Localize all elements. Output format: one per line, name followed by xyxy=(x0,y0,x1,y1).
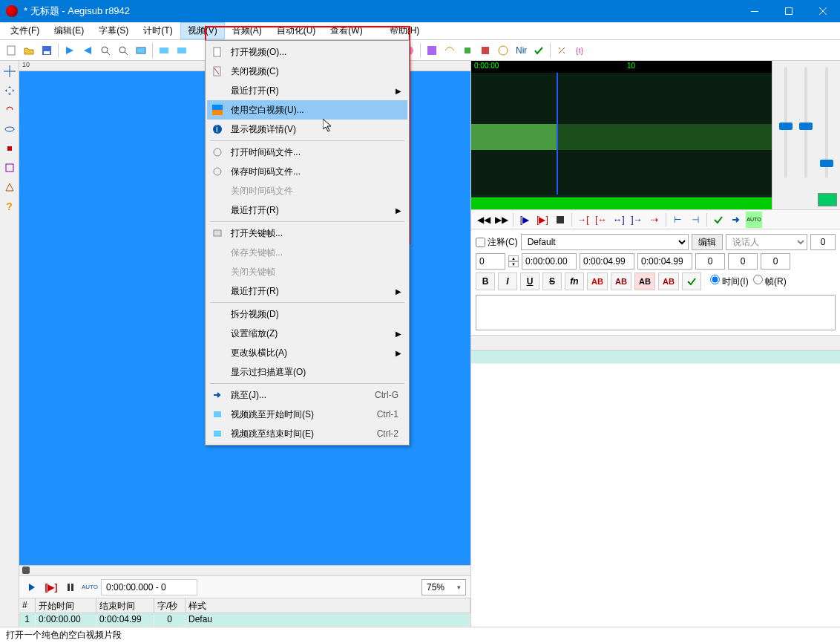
audio-scrollbar[interactable] xyxy=(471,198,772,209)
kanji-timer-icon[interactable] xyxy=(495,42,511,59)
duration-field[interactable] xyxy=(637,253,692,270)
menu-open-timecodes[interactable]: 打开时间码文件... xyxy=(207,143,407,162)
margin-r-field[interactable] xyxy=(728,253,758,270)
layer-down-icon[interactable]: ▼ xyxy=(508,261,519,267)
help-tool-icon[interactable]: ? xyxy=(2,199,17,214)
menu-recent-timecodes[interactable]: 最近打开(R)▶ xyxy=(207,200,407,220)
horizontal-zoom-slider[interactable] xyxy=(779,67,793,178)
close-button[interactable] xyxy=(806,0,840,22)
volume-slider[interactable] xyxy=(820,67,833,178)
font-button[interactable]: fn xyxy=(565,272,584,290)
menu-open-keyframes[interactable]: 打开关键帧... xyxy=(207,223,407,243)
menu-view[interactable]: 查看(W) xyxy=(323,22,370,39)
grid-header-start[interactable]: 开始时间 xyxy=(36,598,96,613)
edit-style-button[interactable]: 编辑 xyxy=(692,234,723,250)
menu-timing[interactable]: 计时(T) xyxy=(136,22,180,39)
margin-l-field[interactable] xyxy=(695,253,725,270)
zoom-in-icon[interactable] xyxy=(97,42,114,59)
play-icon[interactable] xyxy=(24,579,40,595)
comment-checkbox[interactable]: 注释(C) xyxy=(476,236,518,249)
play-before-end-icon[interactable]: ↔] xyxy=(611,212,627,228)
play-selection-icon[interactable]: [▶ xyxy=(516,212,533,228)
menu-use-dummy-video[interactable]: 使用空白视频(U)... xyxy=(207,100,407,120)
grid-header-style[interactable]: 样式 xyxy=(186,598,470,613)
end-time-field[interactable] xyxy=(580,253,634,270)
menu-jump-start[interactable]: 视频跳至开始时间(S)Ctrl-1 xyxy=(207,405,407,424)
margin-v-field[interactable] xyxy=(761,253,790,270)
menu-audio[interactable]: 音频(A) xyxy=(225,22,269,39)
link-sliders-button[interactable] xyxy=(818,193,837,206)
prev-line-icon[interactable]: ◀◀ xyxy=(476,212,492,228)
menu-set-zoom[interactable]: 设置缩放(Z)▶ xyxy=(207,324,407,343)
layer-field[interactable] xyxy=(476,253,505,270)
actor-select[interactable]: 说话人 xyxy=(726,234,807,250)
start-time-field[interactable] xyxy=(522,253,577,270)
move-tool-icon[interactable] xyxy=(2,83,17,98)
jump-video-start-icon[interactable] xyxy=(62,42,78,59)
time-mode-radio[interactable]: 时间(I) xyxy=(710,275,749,288)
grid-header-num[interactable]: # xyxy=(19,598,36,613)
menu-file[interactable]: 文件(F) xyxy=(3,22,47,39)
play-after-end-icon[interactable]: ]→ xyxy=(629,212,645,228)
menu-aspect-ratio[interactable]: 更改纵横比(A)▶ xyxy=(207,343,407,362)
menu-detach-video[interactable]: 拆分视频(D) xyxy=(207,304,407,324)
menu-edit[interactable]: 编辑(E) xyxy=(47,22,91,39)
menu-open-video[interactable]: 打开视频(O)... xyxy=(207,42,407,62)
snap-end-icon[interactable] xyxy=(174,42,190,59)
primary-color-button[interactable]: AB xyxy=(587,272,608,290)
style-select[interactable]: Default xyxy=(521,234,689,250)
rotate-z-tool-icon[interactable] xyxy=(2,102,17,117)
shadow-color-button[interactable]: AB xyxy=(658,272,679,290)
commit-text-button[interactable] xyxy=(682,272,701,290)
menu-jump-end[interactable]: 视频跳至结束时间(E)Ctrl-2 xyxy=(207,424,407,443)
jump-video-end-icon[interactable] xyxy=(79,42,96,59)
audio-display[interactable]: 0:00:00 10 xyxy=(471,61,772,209)
menu-subtitle[interactable]: 字幕(S) xyxy=(91,22,136,39)
open-icon[interactable] xyxy=(21,42,37,59)
underline-button[interactable]: U xyxy=(520,272,539,290)
bold-button[interactable]: B xyxy=(476,272,495,290)
scale-tool-icon[interactable] xyxy=(2,141,17,156)
cycle-icon[interactable]: {t} xyxy=(571,42,588,59)
new-icon[interactable] xyxy=(3,42,19,59)
menu-save-timecodes[interactable]: 保存时间码文件... xyxy=(207,162,407,181)
menu-video[interactable]: 视频(V) xyxy=(180,22,225,39)
snap-start-icon[interactable] xyxy=(156,42,172,59)
maximize-button[interactable] xyxy=(772,0,806,22)
clip-tool-icon[interactable] xyxy=(2,160,17,175)
frame-mode-radio[interactable]: 帧(R) xyxy=(753,275,787,288)
translation-icon[interactable] xyxy=(442,42,458,59)
next-commit-icon[interactable] xyxy=(728,212,744,228)
menu-jump-to[interactable]: 跳至(J)...Ctrl-G xyxy=(207,385,407,405)
minimize-button[interactable] xyxy=(738,0,772,22)
auto-commit-icon[interactable]: AUTO xyxy=(746,212,762,228)
effect-field[interactable] xyxy=(810,234,836,250)
crosshair-tool-icon[interactable] xyxy=(2,64,17,79)
menu-help[interactable]: 帮助(H) xyxy=(382,22,427,39)
play-line-audio-icon[interactable]: [▶] xyxy=(534,212,551,228)
grid-row[interactable]: 1 0:00:00.00 0:00:04.99 0 Defau xyxy=(19,613,470,627)
lead-out-icon[interactable]: ⊣ xyxy=(687,212,703,228)
grid-header-end[interactable]: 结束时间 xyxy=(96,598,154,613)
pause-icon[interactable] xyxy=(62,579,79,595)
grid-header-cps[interactable]: 字/秒 xyxy=(154,598,186,613)
settings-icon[interactable] xyxy=(554,42,570,59)
commit-icon[interactable] xyxy=(710,212,726,228)
play-line-icon[interactable]: [▶] xyxy=(43,579,59,595)
play-before-start-icon[interactable]: →[ xyxy=(575,212,591,228)
stop-icon[interactable] xyxy=(552,212,568,228)
play-to-end-icon[interactable]: ⇢ xyxy=(646,212,663,228)
subtitle-text-input[interactable] xyxy=(476,295,836,330)
video-jump-icon[interactable] xyxy=(133,42,149,59)
auto-toggle-icon[interactable]: AUTO xyxy=(82,579,98,595)
rotate-xy-tool-icon[interactable] xyxy=(2,122,17,137)
strike-button[interactable]: S xyxy=(542,272,562,290)
spellcheck-icon[interactable] xyxy=(531,42,547,59)
vertical-zoom-slider[interactable] xyxy=(799,67,813,178)
shift-times-icon[interactable]: Nin xyxy=(513,42,529,59)
resample-icon[interactable] xyxy=(459,42,476,59)
layer-up-icon[interactable]: ▲ xyxy=(508,255,519,261)
menu-recent-keyframes[interactable]: 最近打开(R)▶ xyxy=(207,281,407,301)
zoom-out-icon[interactable] xyxy=(115,42,131,59)
menu-show-video-details[interactable]: i显示视频详情(V) xyxy=(207,120,407,139)
